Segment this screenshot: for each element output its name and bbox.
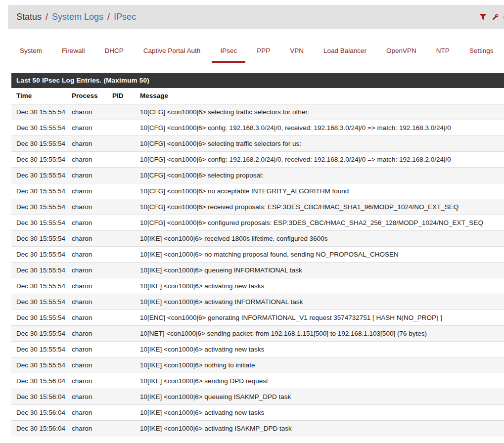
- log-cell-time: Dec 30 15:55:54: [11, 136, 72, 152]
- ipsec-log-panel: Last 50 IPsec Log Entries. (Maximum 50) …: [11, 73, 504, 437]
- log-cell-time: Dec 30 15:56:04: [11, 389, 72, 405]
- log-cell-time: Dec 30 15:55:54: [11, 263, 72, 278]
- log-cell-message: 10[CFG] <con1000|6> selecting proposal:: [140, 168, 504, 183]
- log-row: Dec 30 15:56:04charon10[IKE] <con1000|6>…: [11, 421, 504, 437]
- log-cell-pid: [112, 152, 140, 168]
- log-cell-message: 10[IKE] <con1000|6> activating new tasks: [140, 405, 504, 421]
- log-cell-pid: [112, 389, 140, 405]
- log-row: Dec 30 15:55:54charon10[CFG] <con1000|6>…: [11, 152, 504, 168]
- column-header-process: Process: [72, 88, 112, 104]
- tab-dhcp[interactable]: DHCP: [96, 42, 132, 63]
- log-cell-pid: [112, 215, 140, 231]
- log-cell-time: Dec 30 15:55:54: [11, 168, 72, 183]
- log-cell-time: Dec 30 15:55:54: [11, 104, 72, 120]
- log-cell-time: Dec 30 15:55:54: [11, 231, 72, 247]
- log-cell-pid: [112, 326, 140, 342]
- log-cell-message: 10[IKE] <con1000|6> activating ISAKMP_DP…: [140, 421, 504, 437]
- log-row: Dec 30 15:56:04charon10[IKE] <con1000|6>…: [11, 405, 504, 421]
- log-row: Dec 30 15:55:54charon10[CFG] <con1000|6>…: [11, 136, 504, 152]
- log-cell-message: 10[CFG] <con1000|6> selecting traffic se…: [140, 104, 504, 120]
- log-cell-pid: [112, 342, 140, 357]
- log-row: Dec 30 15:55:54charon10[IKE] <con1000|6>…: [11, 294, 504, 310]
- log-cell-message: 10[CFG] <con1000|6> selecting traffic se…: [140, 136, 504, 152]
- tab-settings[interactable]: Settings: [461, 42, 502, 63]
- breadcrumb-separator: /: [46, 12, 48, 22]
- log-cell-message: 10[IKE] <con1000|6> activating INFORMATI…: [140, 294, 504, 310]
- log-cell-message: 10[IKE] <con1000|6> sending DPD request: [140, 373, 504, 389]
- tab-openvpn[interactable]: OpenVPN: [378, 42, 425, 63]
- log-cell-pid: [112, 310, 140, 326]
- log-cell-process: charon: [72, 120, 112, 136]
- log-cell-message: 10[IKE] <con1000|6> queueing ISAKMP_DPD …: [140, 389, 504, 405]
- log-cell-time: Dec 30 15:55:54: [11, 326, 72, 342]
- log-cell-pid: [112, 263, 140, 278]
- tab-system[interactable]: System: [11, 42, 50, 63]
- log-cell-process: charon: [72, 199, 112, 215]
- log-cell-pid: [112, 136, 140, 152]
- log-cell-pid: [112, 104, 140, 120]
- breadcrumb-link-ipsec[interactable]: IPsec: [114, 12, 136, 22]
- tab-firewall[interactable]: Firewall: [53, 42, 93, 63]
- log-cell-pid: [112, 199, 140, 215]
- log-cell-time: Dec 30 15:55:54: [11, 183, 72, 199]
- tab-ntp[interactable]: NTP: [428, 42, 458, 63]
- log-row: Dec 30 15:55:54charon10[CFG] <con1000|6>…: [11, 168, 504, 183]
- filter-icon[interactable]: [479, 13, 487, 21]
- log-cell-process: charon: [72, 421, 112, 437]
- breadcrumb-action-icons: [479, 5, 504, 29]
- log-cell-pid: [112, 278, 140, 294]
- log-cell-process: charon: [72, 310, 112, 326]
- log-cell-message: 10[IKE] <con1000|6> queueing INFORMATION…: [140, 263, 504, 278]
- log-cell-message: 10[IKE] <con1000|6> activating new tasks: [140, 278, 504, 294]
- log-cell-message: 10[IKE] <con1000|6> received 1800s lifet…: [140, 231, 504, 247]
- wrench-icon[interactable]: [491, 13, 499, 21]
- tab-captive-portal-auth[interactable]: Captive Portal Auth: [135, 42, 209, 63]
- log-cell-time: Dec 30 15:55:54: [11, 310, 72, 326]
- log-cell-process: charon: [72, 405, 112, 421]
- log-cell-process: charon: [72, 294, 112, 310]
- log-cell-process: charon: [72, 326, 112, 342]
- log-cell-time: Dec 30 15:55:54: [11, 247, 72, 263]
- breadcrumb-item-status: Status: [16, 12, 42, 22]
- log-cell-time: Dec 30 15:56:04: [11, 373, 72, 389]
- log-cell-process: charon: [72, 215, 112, 231]
- log-cell-time: Dec 30 15:55:54: [11, 342, 72, 357]
- log-cell-time: Dec 30 15:55:54: [11, 294, 72, 310]
- column-header-pid: PID: [112, 88, 140, 104]
- log-row: Dec 30 15:55:54charon10[CFG] <con1000|6>…: [11, 120, 504, 136]
- tab-vpn[interactable]: VPN: [281, 42, 312, 63]
- log-row: Dec 30 15:55:54charon10[IKE] <con1000|6>…: [11, 342, 504, 357]
- tab-ppp[interactable]: PPP: [248, 42, 278, 63]
- log-cell-pid: [112, 120, 140, 136]
- log-row: Dec 30 15:55:54charon10[ENC] <con1000|6>…: [11, 310, 504, 326]
- log-cell-message: 10[CFG] <con1000|6> configured proposals…: [140, 215, 504, 231]
- log-row: Dec 30 15:55:54charon10[NET] <con1000|6>…: [11, 326, 504, 342]
- breadcrumb-link-system-logs[interactable]: System Logs: [52, 12, 103, 22]
- log-row: Dec 30 15:55:54charon10[IKE] <con1000|6>…: [11, 278, 504, 294]
- log-cell-message: 10[IKE] <con1000|6> no matching proposal…: [140, 247, 504, 263]
- log-cell-message: 10[CFG] <con1000|6> no acceptable INTEGR…: [140, 183, 504, 199]
- log-row: Dec 30 15:55:54charon10[CFG] <con1000|6>…: [11, 215, 504, 231]
- log-row: Dec 30 15:55:54charon10[CFG] <con1000|6>…: [11, 199, 504, 215]
- log-cell-process: charon: [72, 278, 112, 294]
- log-cell-pid: [112, 421, 140, 437]
- log-row: Dec 30 15:55:54charon10[IKE] <con1000|6>…: [11, 231, 504, 247]
- log-cell-pid: [112, 247, 140, 263]
- log-cell-message: 10[CFG] <con1000|6> received proposals: …: [140, 199, 504, 215]
- log-cell-time: Dec 30 15:56:04: [11, 405, 72, 421]
- log-cell-time: Dec 30 15:55:54: [11, 215, 72, 231]
- log-cell-time: Dec 30 15:55:54: [11, 278, 72, 294]
- log-cell-pid: [112, 183, 140, 199]
- log-cell-process: charon: [72, 136, 112, 152]
- log-cell-process: charon: [72, 263, 112, 278]
- log-row: Dec 30 15:56:04charon10[IKE] <con1000|6>…: [11, 373, 504, 389]
- log-row: Dec 30 15:55:54charon10[IKE] <con1000|6>…: [11, 263, 504, 278]
- tab-ipsec[interactable]: IPsec: [212, 42, 245, 63]
- log-cell-message: 10[IKE] <con1000|6> activating new tasks: [140, 342, 504, 357]
- log-cell-pid: [112, 373, 140, 389]
- tab-load-balancer[interactable]: Load Balancer: [315, 42, 375, 63]
- log-cell-pid: [112, 405, 140, 421]
- log-cell-message: 10[CFG] <con1000|6> config: 192.168.2.0/…: [140, 152, 504, 168]
- log-cell-process: charon: [72, 389, 112, 405]
- panel-title: Last 50 IPsec Log Entries. (Maximum 50): [11, 73, 504, 88]
